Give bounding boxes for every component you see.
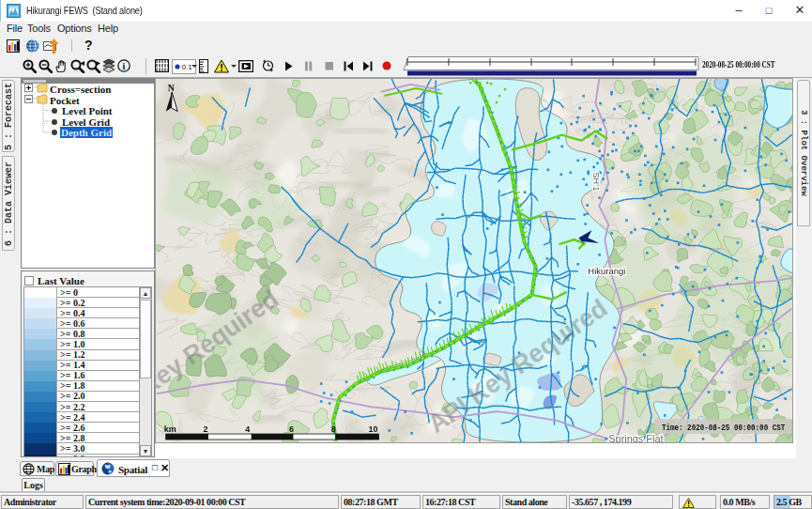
svg-text:2: 2 bbox=[203, 424, 207, 434]
svg-text:SH 1: SH 1 bbox=[591, 172, 601, 191]
svg-text:Springs Flat: Springs Flat bbox=[608, 433, 663, 443]
svg-text:km: km bbox=[164, 424, 176, 434]
svg-text:8: 8 bbox=[331, 424, 336, 434]
svg-text:10: 10 bbox=[369, 424, 378, 434]
svg-text:i: i bbox=[123, 61, 126, 71]
svg-text:4: 4 bbox=[245, 424, 250, 434]
svg-text:Hikurangi: Hikurangi bbox=[588, 266, 625, 276]
svg-text:N: N bbox=[168, 83, 176, 93]
svg-text:Time: 2020-08-25 00:00:00 CST: Time: 2020-08-25 00:00:00 CST bbox=[662, 423, 786, 433]
svg-text:6: 6 bbox=[289, 424, 294, 434]
